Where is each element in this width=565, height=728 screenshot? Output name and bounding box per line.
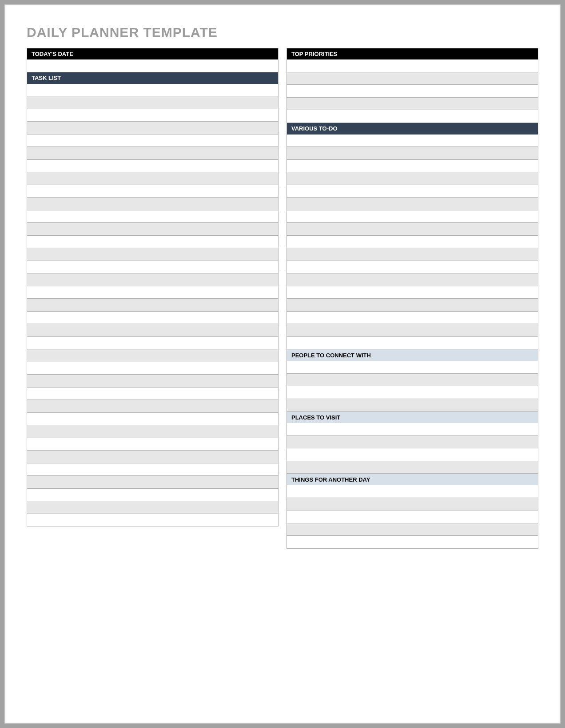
planner-row[interactable] — [27, 501, 279, 514]
planner-row[interactable] — [27, 248, 279, 261]
left-column: TODAY'S DATE TASK LIST — [27, 48, 279, 549]
header-top-priorities: TOP PRIORITIES — [286, 48, 538, 59]
planner-row[interactable] — [27, 388, 279, 400]
planner-row[interactable] — [27, 172, 279, 185]
planner-row[interactable] — [286, 110, 538, 123]
planner-row[interactable] — [286, 337, 538, 350]
planner-row[interactable] — [286, 374, 538, 387]
header-various-todo: VARIOUS TO-DO — [286, 123, 538, 135]
planner-row[interactable] — [27, 185, 279, 198]
planner-row[interactable] — [27, 135, 279, 147]
planner-row[interactable] — [27, 59, 279, 72]
planner-row[interactable] — [286, 299, 538, 312]
planner-row[interactable] — [286, 223, 538, 236]
planner-row[interactable] — [286, 436, 538, 449]
planner-row[interactable] — [27, 84, 279, 97]
planner-row[interactable] — [27, 425, 279, 438]
header-todays-date: TODAY'S DATE — [27, 48, 279, 59]
planner-row[interactable] — [27, 324, 279, 337]
planner-row[interactable] — [286, 59, 538, 72]
planner-row[interactable] — [286, 198, 538, 210]
planner-row[interactable] — [27, 96, 279, 109]
planner-row[interactable] — [27, 413, 279, 426]
planner-row[interactable] — [286, 399, 538, 412]
planner-row[interactable] — [286, 536, 538, 549]
planner-row[interactable] — [27, 362, 279, 375]
planner-row[interactable] — [27, 223, 279, 236]
planner-row[interactable] — [286, 386, 538, 399]
planner-row[interactable] — [27, 198, 279, 210]
planner-row[interactable] — [286, 485, 538, 498]
planner-row[interactable] — [27, 463, 279, 476]
columns-wrapper: TODAY'S DATE TASK LIST TOP PRIORITIES VA… — [27, 48, 538, 549]
planner-row[interactable] — [286, 423, 538, 436]
planner-row[interactable] — [27, 109, 279, 122]
planner-row[interactable] — [286, 172, 538, 185]
planner-row[interactable] — [27, 337, 279, 350]
planner-row[interactable] — [27, 349, 279, 362]
planner-row[interactable] — [286, 312, 538, 324]
planner-row[interactable] — [286, 248, 538, 261]
planner-row[interactable] — [286, 361, 538, 374]
planner-row[interactable] — [286, 461, 538, 474]
planner-row[interactable] — [27, 451, 279, 463]
planner-row[interactable] — [27, 261, 279, 274]
planner-row[interactable] — [27, 273, 279, 286]
header-people-to-connect-with: PEOPLE TO CONNECT WITH — [286, 349, 538, 361]
planner-row[interactable] — [286, 261, 538, 274]
planner-row[interactable] — [286, 185, 538, 198]
planner-row[interactable] — [27, 400, 279, 413]
planner-row[interactable] — [286, 498, 538, 511]
planner-page: DAILY PLANNER TEMPLATE TODAY'S DATE TASK… — [4, 4, 561, 724]
planner-row[interactable] — [27, 286, 279, 299]
header-task-list: TASK LIST — [27, 72, 279, 84]
planner-row[interactable] — [286, 135, 538, 147]
planner-row[interactable] — [27, 375, 279, 388]
planner-row[interactable] — [27, 476, 279, 489]
header-places-to-visit: PLACES TO VISIT — [286, 411, 538, 423]
planner-row[interactable] — [286, 160, 538, 173]
planner-row[interactable] — [286, 324, 538, 337]
planner-row[interactable] — [286, 523, 538, 536]
planner-row[interactable] — [286, 286, 538, 299]
planner-row[interactable] — [286, 147, 538, 160]
planner-row[interactable] — [286, 448, 538, 461]
planner-row[interactable] — [286, 210, 538, 223]
planner-row[interactable] — [27, 122, 279, 135]
planner-row[interactable] — [27, 514, 279, 527]
planner-row[interactable] — [27, 312, 279, 324]
planner-row[interactable] — [286, 98, 538, 111]
right-column: TOP PRIORITIES VARIOUS TO-DO PEOPLE TO C… — [286, 48, 538, 549]
planner-row[interactable] — [27, 210, 279, 223]
planner-row[interactable] — [286, 72, 538, 85]
planner-row[interactable] — [27, 438, 279, 451]
planner-row[interactable] — [286, 85, 538, 98]
planner-row[interactable] — [286, 510, 538, 523]
planner-row[interactable] — [286, 273, 538, 286]
planner-row[interactable] — [27, 236, 279, 249]
planner-row[interactable] — [27, 160, 279, 173]
planner-row[interactable] — [286, 236, 538, 249]
planner-row[interactable] — [27, 489, 279, 502]
planner-row[interactable] — [27, 299, 279, 312]
header-things-for-another-day: THINGS FOR ANOTHER DAY — [286, 474, 538, 485]
planner-row[interactable] — [27, 147, 279, 160]
page-title: DAILY PLANNER TEMPLATE — [27, 25, 538, 40]
